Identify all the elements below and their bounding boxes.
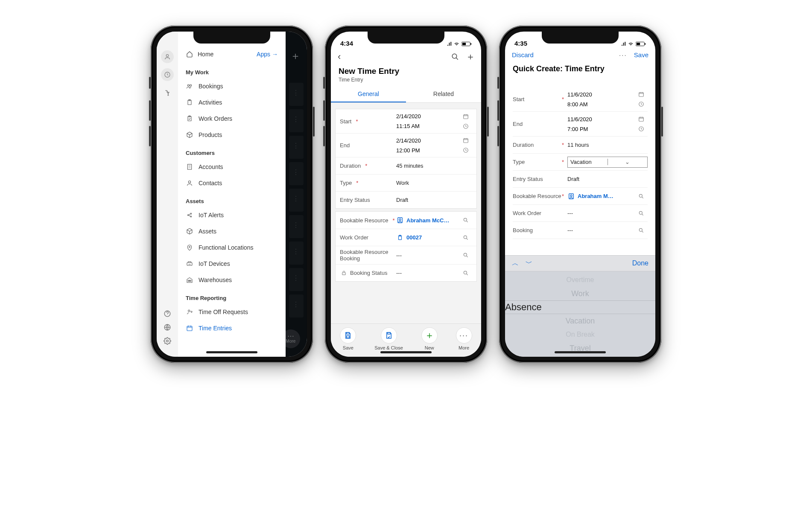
svg-point-0 — [166, 55, 168, 57]
cmd-more[interactable]: ···More — [456, 327, 472, 350]
form-row-end[interactable]: End2/14/202012:00 PM — [336, 133, 476, 157]
recent-icon[interactable] — [161, 68, 174, 81]
form-row-bookable-resource[interactable]: Bookable Resource*Abraham McC… — [336, 212, 476, 229]
nav-item-iot-devices[interactable]: IoT Devices — [181, 256, 282, 272]
nav-item-accounts[interactable]: Accounts — [181, 159, 282, 175]
svg-rect-18 — [188, 280, 190, 282]
form-row-start[interactable]: Start*11/6/20208:00 AM — [513, 87, 648, 112]
form-row-entry-status[interactable]: Entry StatusDraft — [336, 191, 476, 208]
nav-item-label: Warehouses — [199, 277, 232, 283]
more-icon[interactable]: ··· — [619, 51, 627, 58]
drawer-scrim[interactable] — [286, 32, 307, 357]
picker-wheel[interactable]: OvertimeWorkAbsenceVacationOn BreakTrave… — [505, 271, 655, 357]
clock-icon[interactable] — [638, 126, 648, 132]
help-icon[interactable] — [164, 310, 171, 317]
form-row-duration[interactable]: Duration*45 minutes — [336, 157, 476, 174]
apps-link[interactable]: Apps → — [257, 51, 278, 58]
form-row-booking[interactable]: Booking--- — [513, 222, 648, 239]
settings-icon[interactable] — [164, 337, 171, 345]
svg-point-35 — [464, 236, 467, 239]
lookup-icon[interactable] — [463, 235, 472, 241]
form-row-work-order[interactable]: Work Order00027 — [336, 229, 476, 246]
svg-point-15 — [190, 216, 192, 217]
svg-point-6 — [190, 84, 192, 86]
form-row-bookable-resource[interactable]: Bookable Resource*Abraham M… — [513, 188, 648, 205]
clock-icon[interactable] — [463, 123, 472, 129]
prev-field-button[interactable]: ︿ — [512, 259, 519, 268]
wifi-icon — [628, 41, 634, 47]
tab-general[interactable]: General — [331, 86, 406, 102]
picker-option[interactable]: Vacation — [566, 314, 595, 328]
save-button[interactable]: Save — [634, 51, 648, 58]
nav-item-contacts[interactable]: Contacts — [181, 175, 282, 191]
form-body: Start*2/14/202011:15 AMEnd2/14/202012:00… — [331, 103, 481, 357]
nav-item-label: Work Orders — [199, 115, 232, 122]
form-row-work-order[interactable]: Work Order--- — [513, 205, 648, 222]
calendar-icon[interactable] — [463, 137, 472, 143]
lookup-icon[interactable] — [463, 270, 472, 276]
form-row-bookable-resource-booking[interactable]: Bookable Resource Booking--- — [336, 246, 476, 264]
done-button[interactable]: Done — [632, 259, 648, 267]
page-subtitle: Time Entry — [331, 77, 481, 86]
lookup-icon[interactable] — [463, 252, 472, 258]
svg-rect-40 — [347, 336, 349, 338]
lookup-icon[interactable] — [463, 217, 472, 223]
form-row-type[interactable]: Type*Vacation⌄ — [513, 154, 648, 171]
nav-item-products[interactable]: Products — [181, 127, 282, 143]
form-row-duration[interactable]: Duration*11 hours — [513, 137, 648, 154]
person-badge-icon — [396, 216, 404, 224]
nav-home[interactable]: Home — [186, 50, 213, 58]
required-indicator: * — [392, 217, 394, 224]
status-time: 4:35 — [514, 40, 527, 47]
nav-item-time-off-requests[interactable]: Time Off Requests — [181, 304, 282, 320]
nav-item-label: IoT Devices — [199, 260, 230, 267]
lookup-icon[interactable] — [638, 227, 648, 233]
svg-rect-45 — [639, 93, 644, 96]
nav-item-activities[interactable]: Activities — [181, 94, 282, 111]
nav-item-time-entries[interactable]: Time Entries — [181, 320, 282, 336]
nav-list: Home Apps → My WorkBookingsActivitiesWor… — [178, 32, 286, 357]
calendar-icon[interactable] — [638, 116, 648, 122]
discard-button[interactable]: Discard — [512, 51, 534, 58]
clock-icon[interactable] — [638, 101, 648, 107]
lookup-icon[interactable] — [638, 210, 648, 216]
nav-item-functional-locations[interactable]: Functional Locations — [181, 239, 282, 256]
clock-icon[interactable] — [463, 147, 472, 153]
search-icon[interactable] — [451, 53, 459, 61]
svg-point-53 — [639, 228, 642, 231]
cmd-new[interactable]: ＋New — [421, 327, 438, 350]
cmd-save[interactable]: Save — [340, 327, 356, 350]
nav-item-label: Activities — [199, 99, 222, 106]
nav-item-iot-alerts[interactable]: IoT Alerts — [181, 207, 282, 223]
calendar-icon[interactable] — [638, 91, 648, 97]
form-row-start[interactable]: Start*2/14/202011:15 AM — [336, 109, 476, 133]
picker-option[interactable]: Absence — [505, 300, 655, 314]
svg-point-25 — [452, 54, 457, 58]
nav-item-bookings[interactable]: Bookings — [181, 78, 282, 94]
svg-rect-26 — [464, 114, 468, 118]
type-select[interactable]: Vacation⌄ — [567, 157, 648, 168]
avatar-icon[interactable] — [161, 50, 174, 63]
nav-item-warehouses[interactable]: Warehouses — [181, 272, 282, 288]
nav-item-assets[interactable]: Assets — [181, 223, 282, 239]
picker-option[interactable]: Work — [571, 287, 589, 300]
picker-option[interactable]: On Break — [566, 328, 595, 341]
nav-section-header: Assets — [181, 191, 282, 207]
next-field-button[interactable]: ﹀ — [526, 259, 532, 268]
plus-icon[interactable]: ＋ — [467, 53, 474, 61]
pin-icon[interactable] — [161, 86, 174, 99]
lookup-icon[interactable] — [638, 193, 648, 199]
form-row-booking-status[interactable]: Booking Status--- — [336, 264, 476, 281]
form-row-type[interactable]: Type*Work — [336, 174, 476, 191]
back-button[interactable]: ‹ — [338, 51, 341, 62]
calendar-icon[interactable] — [463, 114, 472, 119]
cmd-save-close[interactable]: Save & Close — [374, 327, 403, 350]
nav-item-work-orders[interactable]: Work Orders — [181, 111, 282, 127]
globe-icon[interactable] — [164, 323, 171, 331]
form-row-entry-status[interactable]: Entry StatusDraft — [513, 171, 648, 188]
svg-rect-28 — [464, 139, 468, 143]
tab-related[interactable]: Related — [406, 86, 481, 102]
form-row-end[interactable]: End11/6/20207:00 PM — [513, 112, 648, 137]
phone-nav-drawer: ＋ ⋯ More — [151, 26, 313, 363]
picker-option[interactable]: Overtime — [567, 273, 594, 287]
